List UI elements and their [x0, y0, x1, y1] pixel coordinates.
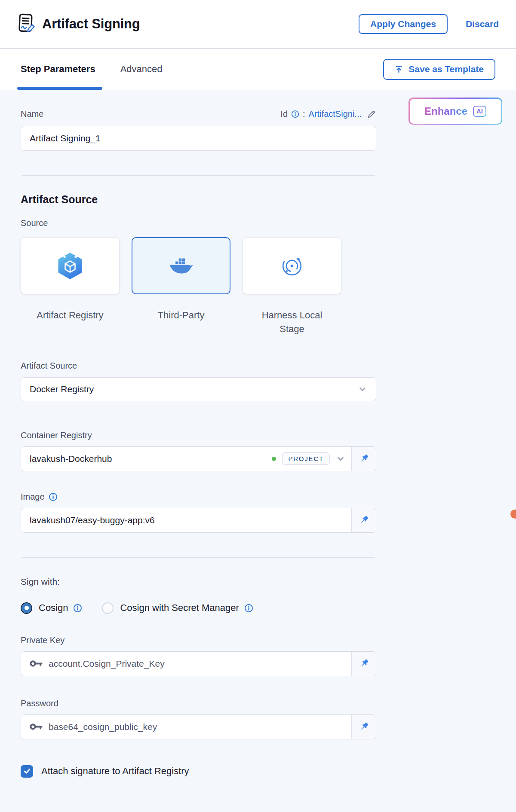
source-card-third-party-button[interactable] [132, 237, 230, 294]
image-field: lavakush07/easy-buggy-app:v6 [21, 508, 376, 533]
name-label: Name [21, 109, 43, 119]
source-card-artifact-registry: Artifact Registry [21, 237, 120, 336]
image-label: Image [21, 492, 45, 502]
tab-advanced-label: Advanced [120, 64, 163, 75]
enhance-ai-button-inner[interactable]: Enhance AI [410, 99, 501, 124]
artifact-source-select[interactable]: Docker Registry [21, 377, 376, 401]
step-id-link[interactable]: ArtifactSigni... [309, 109, 362, 119]
source-card-third-party: Third-Party [132, 237, 230, 336]
save-as-template-label: Save as Template [408, 64, 484, 74]
info-icon[interactable] [49, 492, 58, 501]
image-input[interactable]: lavakush07/easy-buggy-app:v6 [21, 508, 351, 532]
image-label-row: Image [21, 492, 376, 502]
pin-input-type-button[interactable] [351, 447, 376, 471]
artifact-source-value: Docker Registry [30, 384, 94, 394]
header-actions: Apply Changes Discard [359, 14, 499, 34]
panel-header: Artifact Signing Apply Changes Discard [0, 0, 516, 49]
container-registry-adornments: PROJECT [272, 452, 345, 465]
enhance-label: Enhance [424, 105, 467, 117]
container-registry-field: lavakush-Dockerhub PROJECT [21, 446, 376, 471]
radio-unselected[interactable] [102, 602, 114, 614]
scope-badge: PROJECT [282, 452, 330, 465]
source-card-harness-local-stage-button[interactable] [243, 237, 341, 294]
info-icon[interactable] [244, 604, 253, 613]
source-card-label: Harness Local Stage [253, 308, 331, 336]
form-column: Name Id : ArtifactSigni... Artifact Sour… [21, 109, 376, 778]
container-registry-label: Container Registry [21, 430, 376, 440]
source-card-label: Third-Party [158, 308, 205, 322]
chevron-down-icon[interactable] [336, 454, 345, 464]
sign-with-label: Sign with: [21, 577, 376, 587]
password-secret-input[interactable]: base64_cosign_public_key [21, 715, 351, 739]
attach-signature-row: Attach signature to Artifact Registry [21, 765, 376, 778]
docker-icon [169, 257, 193, 275]
artifact-source-label: Artifact Source [21, 361, 376, 371]
connector-status-dot [272, 457, 276, 461]
radio-option-cosign-secret-manager[interactable]: Cosign with Secret Manager [102, 602, 253, 614]
tab-step-parameters-label: Step Parameters [21, 64, 95, 75]
radio-selected[interactable] [21, 602, 32, 614]
password-field: base64_cosign_public_key [21, 714, 376, 739]
tab-bar: Step Parameters Advanced Save as Templat… [0, 49, 516, 90]
tab-step-parameters[interactable]: Step Parameters [21, 49, 95, 90]
source-card-artifact-registry-button[interactable] [21, 237, 120, 294]
step-id-row: Id : ArtifactSigni... [280, 109, 376, 119]
artifact-signing-icon [17, 12, 35, 36]
source-card-harness-local-stage: Harness Local Stage [243, 237, 341, 336]
private-key-secret-input[interactable]: account.Cosign_Private_Key [21, 652, 351, 676]
radio-label: Cosign [39, 602, 68, 614]
attach-signature-label[interactable]: Attach signature to Artifact Registry [41, 766, 189, 777]
save-as-template-button[interactable]: Save as Template [383, 59, 495, 80]
page-title: Artifact Signing [42, 16, 140, 32]
name-label-row: Name Id : ArtifactSigni... [21, 109, 376, 119]
private-key-label: Private Key [21, 635, 376, 645]
info-icon[interactable] [291, 110, 299, 118]
section-divider [22, 175, 375, 176]
pin-input-type-button[interactable] [351, 652, 376, 676]
private-key-field: account.Cosign_Private_Key [21, 651, 376, 676]
artifact-registry-icon [56, 252, 84, 280]
password-label: Password [21, 699, 376, 708]
step-parameters-content: Enhance AI Name Id : ArtifactSigni... [0, 90, 516, 778]
key-icon [30, 723, 43, 730]
source-card-group: Artifact Registry [21, 237, 376, 336]
source-card-label: Artifact Registry [37, 308, 103, 322]
discard-button[interactable]: Discard [466, 19, 499, 29]
radio-label: Cosign with Secret Manager [120, 602, 239, 614]
container-registry-value: lavakush-Dockerhub [30, 454, 112, 464]
edit-id-icon[interactable] [367, 110, 376, 119]
radio-option-cosign[interactable]: Cosign [21, 602, 82, 614]
save-template-icon [395, 65, 403, 73]
artifact-source-heading: Artifact Source [21, 193, 376, 206]
container-registry-select[interactable]: lavakush-Dockerhub PROJECT [21, 447, 351, 471]
chevron-down-icon [358, 385, 367, 394]
enhance-ai-button[interactable]: Enhance AI [408, 98, 502, 125]
notification-dot [510, 510, 516, 519]
private-key-value: account.Cosign_Private_Key [49, 659, 165, 669]
key-icon [30, 660, 43, 667]
harness-local-stage-icon [281, 255, 303, 277]
pin-input-type-button[interactable] [351, 508, 376, 532]
tab-advanced[interactable]: Advanced [120, 49, 163, 90]
attach-signature-checkbox[interactable] [21, 765, 33, 778]
sign-with-radio-group: Cosign Cosign with Secret Manager [21, 602, 376, 614]
ai-badge: AI [473, 106, 486, 117]
id-separator: : [303, 109, 305, 119]
password-value: base64_cosign_public_key [49, 722, 157, 732]
step-config-panel: Artifact Signing Apply Changes Discard S… [0, 0, 516, 812]
source-label: Source [21, 218, 376, 228]
apply-changes-button[interactable]: Apply Changes [359, 14, 448, 34]
id-label: Id [280, 109, 288, 119]
info-icon[interactable] [73, 604, 82, 613]
image-value: lavakush07/easy-buggy-app:v6 [30, 515, 155, 525]
section-divider [22, 557, 375, 558]
pin-input-type-button[interactable] [351, 715, 376, 739]
name-input[interactable] [21, 126, 376, 151]
